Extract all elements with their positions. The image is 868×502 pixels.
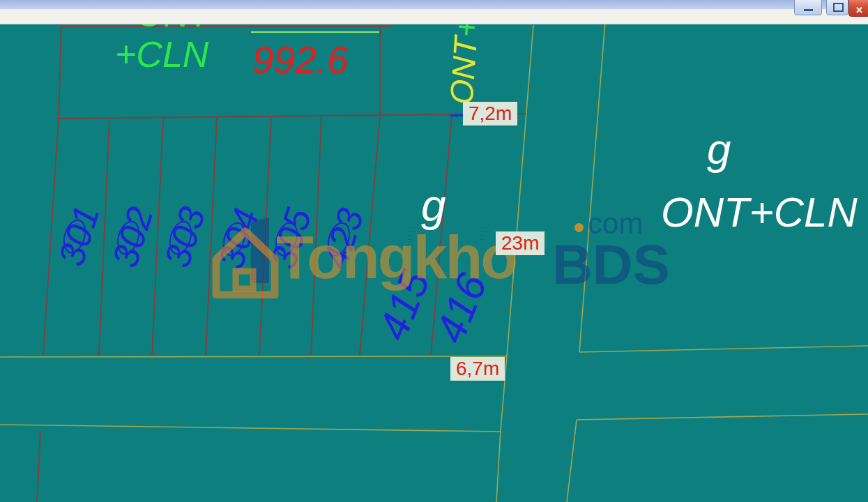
titlebar[interactable] — [0, 0, 868, 9]
watermark-dot — [574, 223, 584, 232]
boundary-line — [99, 119, 109, 355]
parcel-code: +CLN — [115, 33, 208, 75]
rotated-code-yellow-part: ONT — [443, 36, 484, 106]
application-window: ONT +CLN 992.6 ONT+CLN 301 302 303 304 3… — [0, 0, 868, 502]
maximize-button[interactable] — [826, 0, 848, 15]
minimize-icon — [804, 9, 813, 11]
parcel-area-value: 992.6 — [252, 38, 349, 82]
close-button[interactable]: ✕ — [848, 0, 868, 17]
boundary-line — [43, 25, 61, 355]
boundary-line — [37, 431, 40, 502]
watermark-house-icon — [208, 216, 281, 298]
road-edge-line — [579, 346, 868, 352]
dimension-label: 23m — [496, 231, 545, 255]
maximize-icon — [833, 3, 844, 12]
watermark-tld-text: com — [588, 207, 643, 241]
land-use-label: ONT+CLN — [661, 188, 858, 236]
road-edge-line — [0, 425, 501, 432]
fraction-line — [251, 31, 379, 33]
zone-label: g — [707, 124, 731, 174]
watermark-brand-text: Tongkho — [276, 222, 516, 293]
dimension-label: 6,7m — [450, 357, 505, 381]
road-edge-line — [567, 420, 577, 502]
toolbar-strip — [0, 9, 868, 24]
road-edge-line — [577, 414, 868, 420]
watermark-suffix-text: BDS — [552, 233, 670, 297]
minimize-button[interactable] — [794, 0, 822, 15]
cad-map-canvas[interactable]: ONT +CLN 992.6 ONT+CLN 301 302 303 304 3… — [0, 0, 868, 502]
close-icon: ✕ — [855, 5, 863, 15]
dimension-label: 7,2m — [463, 102, 517, 126]
road-edge-line — [579, 21, 605, 352]
